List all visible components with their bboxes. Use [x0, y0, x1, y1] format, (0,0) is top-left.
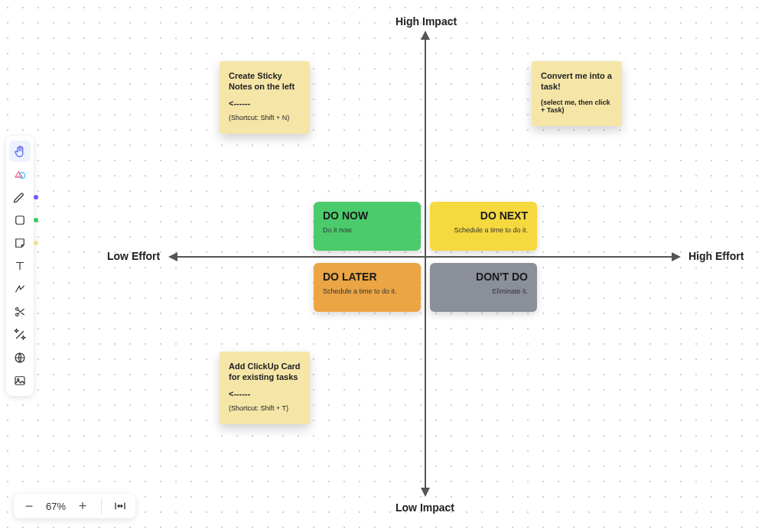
axis-label-left: Low Effort: [107, 250, 160, 262]
quad-title: DO NOW: [323, 209, 412, 222]
scissors-tool[interactable]: [9, 301, 31, 323]
sticky-sub: (select me, then click + Task): [541, 99, 613, 114]
quad-subtext: Schedule a time to do it.: [323, 287, 412, 295]
pen-tool[interactable]: [9, 187, 31, 208]
shape-color-swatch: [34, 218, 38, 222]
sticky-card[interactable]: Add ClickUp Card for existing tasks <---…: [220, 352, 310, 424]
image-tool[interactable]: [9, 370, 31, 391]
sticky-title: Add ClickUp Card for existing tasks: [229, 361, 301, 383]
axis-label-right: High Effort: [688, 250, 744, 262]
text-tool[interactable]: [9, 255, 31, 277]
sticky-create[interactable]: Create Sticky Notes on the left <------ …: [220, 61, 310, 134]
sticky-title: Convert me into a task!: [541, 70, 613, 92]
sticky-sub: (Shortcut: Shift + T): [229, 404, 301, 412]
sticky-arrow: <------: [229, 99, 301, 108]
zoom-control: − 67% +: [14, 494, 135, 518]
sticky-tool[interactable]: [9, 232, 31, 254]
sticky-sub: (Shortcut: Shift + N): [229, 114, 301, 122]
arrow-right-icon: [672, 252, 681, 261]
sticky-color-swatch: [34, 241, 38, 245]
quad-do-now[interactable]: DO NOW Do it now.: [314, 202, 421, 251]
arrow-up-icon: [421, 31, 430, 40]
zoom-in-button[interactable]: +: [75, 498, 90, 514]
quad-subtext: Eliminate it.: [439, 287, 528, 295]
quad-title: DO LATER: [323, 271, 412, 283]
sticky-arrow: <------: [229, 389, 301, 398]
svg-point-6: [18, 378, 19, 380]
arrow-left-icon: [168, 252, 177, 261]
axis-label-bottom: Low Impact: [396, 501, 454, 514]
quad-subtext: Schedule a time to do it.: [439, 226, 528, 234]
zoom-divider: [101, 498, 102, 514]
quad-do-later[interactable]: DO LATER Schedule a time to do it.: [314, 263, 421, 312]
vertical-axis: [425, 38, 426, 489]
sticky-convert[interactable]: Convert me into a task! (select me, then…: [532, 61, 622, 126]
quad-dont-do[interactable]: DON'T DO Eliminate it.: [430, 263, 537, 312]
quad-title: DON'T DO: [439, 271, 528, 283]
hand-tool[interactable]: [9, 141, 31, 162]
quad-subtext: Do it now.: [323, 226, 412, 234]
axis-label-top: High Impact: [396, 15, 457, 28]
rect-tool[interactable]: [9, 209, 31, 231]
web-tool[interactable]: [9, 347, 31, 368]
quad-title: DO NEXT: [439, 209, 528, 222]
connector-tool[interactable]: [9, 278, 31, 300]
svg-rect-5: [15, 377, 24, 385]
pen-color-swatch: [34, 195, 38, 200]
tool-toolbar: [6, 136, 34, 396]
magic-tool[interactable]: [9, 324, 31, 345]
svg-rect-1: [16, 216, 24, 225]
zoom-out-button[interactable]: −: [21, 498, 37, 514]
horizontal-axis: [176, 256, 673, 258]
arrow-down-icon: [421, 488, 430, 497]
sticky-title: Create Sticky Notes on the left: [229, 70, 301, 92]
fit-width-button[interactable]: [112, 498, 128, 514]
quad-do-next[interactable]: DO NEXT Schedule a time to do it.: [430, 202, 537, 251]
shapes-tool[interactable]: [9, 164, 31, 185]
zoom-value[interactable]: 67%: [46, 501, 66, 512]
